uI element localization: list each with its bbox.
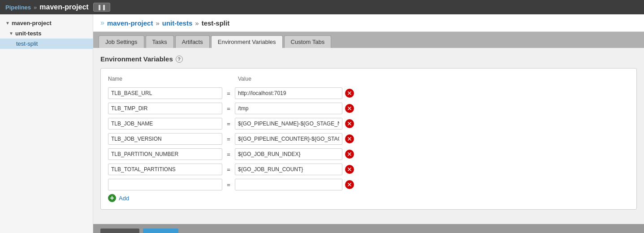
eq-sign-1: =	[222, 90, 235, 97]
panel: Environment Variables ? Name Value = ✕	[93, 48, 644, 224]
remove-btn-2[interactable]: ✕	[345, 104, 354, 113]
col-name-header: Name	[108, 76, 225, 82]
section-title: Environment Variables ?	[100, 55, 637, 63]
top-bar: Pipelines » maven-project ❚❚	[0, 0, 644, 14]
value-input-empty[interactable]	[235, 179, 342, 190]
breadcrumb-sep-stage: »	[195, 19, 199, 27]
tab-bar: Job Settings Tasks Artifacts Environment…	[93, 32, 644, 48]
eq-sign-3: =	[222, 121, 235, 127]
breadcrumb: » maven-project » unit-tests » test-spli…	[93, 14, 644, 32]
value-input-6[interactable]	[235, 164, 342, 175]
tab-custom-tabs[interactable]: Custom Tabs	[284, 35, 332, 48]
content-area: » maven-project » unit-tests » test-spli…	[93, 14, 644, 233]
name-input-2[interactable]	[108, 103, 222, 114]
add-icon[interactable]: +	[108, 194, 116, 202]
col-eq-header	[225, 76, 238, 82]
pipelines-link[interactable]: Pipelines	[5, 4, 31, 11]
value-input-5[interactable]	[235, 148, 342, 160]
arrow-maven-project: ▼	[5, 21, 10, 26]
sidebar-label-unit-tests: unit-tests	[15, 30, 42, 37]
name-input-6[interactable]	[108, 164, 222, 175]
sidebar-item-test-split[interactable]: test-split	[0, 39, 93, 49]
reset-button[interactable]: RESET	[100, 229, 139, 233]
breadcrumb-stage[interactable]: unit-tests	[162, 19, 193, 27]
eq-sign-6: =	[222, 166, 235, 173]
breadcrumb-sep1: »	[34, 4, 37, 11]
breadcrumb-sep-project: »	[156, 19, 159, 27]
var-row-4: = ✕	[108, 133, 629, 145]
name-input-empty[interactable]	[108, 179, 222, 190]
value-input-1[interactable]	[235, 87, 342, 99]
remove-btn-1[interactable]: ✕	[345, 89, 354, 98]
eq-sign-4: =	[222, 136, 235, 142]
var-row-2: = ✕	[108, 103, 629, 114]
var-row-5: = ✕	[108, 148, 629, 160]
name-input-1[interactable]	[108, 87, 222, 99]
sidebar-label-test-split: test-split	[16, 40, 38, 47]
footer-bar: RESET SAVE	[93, 224, 644, 233]
col-value-header: Value	[238, 76, 346, 82]
sidebar-label-maven-project: maven-project	[12, 20, 52, 26]
add-label[interactable]: Add	[119, 195, 129, 202]
tab-artifacts[interactable]: Artifacts	[175, 35, 210, 48]
value-input-3[interactable]	[235, 118, 342, 129]
name-input-5[interactable]	[108, 148, 222, 160]
main-layout: ▼ maven-project ▼ unit-tests test-split …	[0, 14, 644, 233]
vars-header: Name Value	[108, 76, 629, 84]
breadcrumb-icon: »	[100, 19, 104, 27]
var-row-1: = ✕	[108, 87, 629, 99]
breadcrumb-project[interactable]: maven-project	[107, 19, 153, 27]
arrow-unit-tests: ▼	[9, 31, 13, 36]
remove-btn-empty[interactable]: ✕	[345, 180, 354, 189]
tab-tasks[interactable]: Tasks	[146, 35, 174, 48]
value-input-2[interactable]	[235, 103, 342, 114]
value-input-4[interactable]	[235, 133, 342, 145]
breadcrumb-job: test-split	[202, 19, 230, 27]
sidebar-item-maven-project[interactable]: ▼ maven-project	[0, 18, 93, 28]
remove-btn-5[interactable]: ✕	[345, 150, 354, 159]
sidebar: ▼ maven-project ▼ unit-tests test-split	[0, 14, 93, 233]
help-icon[interactable]: ?	[176, 56, 183, 63]
tab-job-settings[interactable]: Job Settings	[99, 35, 144, 48]
vars-container: Name Value = ✕ = ✕	[100, 68, 637, 210]
save-button[interactable]: SAVE	[143, 229, 178, 233]
remove-btn-3[interactable]: ✕	[345, 119, 354, 128]
name-input-4[interactable]	[108, 133, 222, 145]
var-row-3: = ✕	[108, 118, 629, 129]
eq-sign-empty: =	[222, 181, 235, 188]
eq-sign-2: =	[222, 105, 235, 112]
sidebar-item-unit-tests[interactable]: ▼ unit-tests	[0, 28, 93, 39]
pause-button[interactable]: ❚❚	[93, 3, 110, 12]
var-row-6: = ✕	[108, 164, 629, 175]
section-title-text: Environment Variables	[100, 55, 173, 63]
top-project-name: maven-project	[39, 3, 88, 11]
remove-btn-4[interactable]: ✕	[345, 134, 354, 143]
add-row: + Add	[108, 194, 629, 202]
eq-sign-5: =	[222, 151, 235, 158]
var-row-empty: = ✕	[108, 179, 629, 190]
tab-environment-variables[interactable]: Environment Variables	[211, 35, 283, 48]
name-input-3[interactable]	[108, 118, 222, 129]
remove-btn-6[interactable]: ✕	[345, 165, 354, 174]
